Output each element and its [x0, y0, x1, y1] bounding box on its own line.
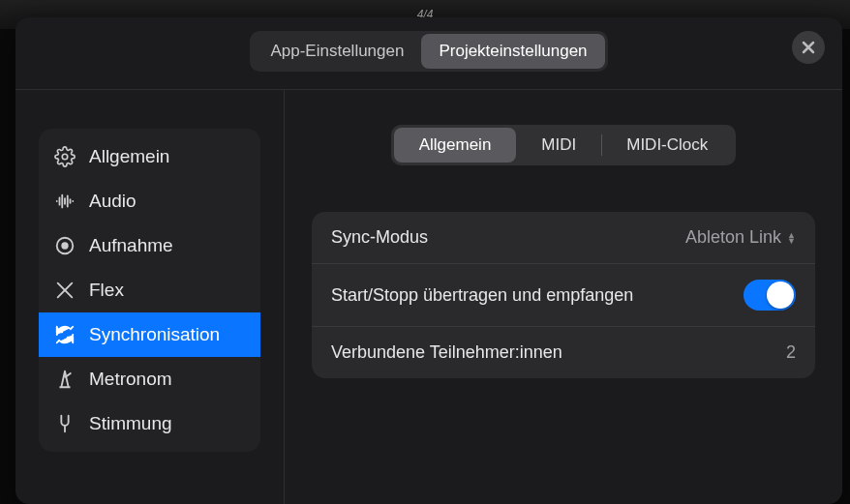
- content-pane: Allgemein MIDI MIDI-Clock Sync-Modus Abl…: [285, 90, 842, 504]
- sidebar-item-audio[interactable]: Audio: [39, 179, 260, 223]
- row-participants: Verbundene Teilnehmer:innen 2: [312, 326, 815, 378]
- sidebar-item-label: Aufnahme: [89, 235, 173, 256]
- sidebar-item-sync[interactable]: Synchronisation: [39, 312, 260, 357]
- flex-icon: [54, 280, 76, 301]
- sidebar-item-label: Audio: [89, 191, 137, 212]
- tab-project-settings[interactable]: Projekteinstellungen: [421, 34, 604, 69]
- sidebar-list: Allgemein Audio Aufnahme: [39, 129, 260, 452]
- sidebar-item-record[interactable]: Aufnahme: [39, 223, 260, 268]
- sub-tab-group: Allgemein MIDI MIDI-Clock: [312, 125, 815, 165]
- close-icon: [801, 40, 816, 55]
- metronome-icon: [54, 369, 76, 390]
- sidebar-item-metronome[interactable]: Metronom: [39, 357, 260, 401]
- sidebar-item-label: Stimmung: [89, 413, 172, 434]
- settings-card: Sync-Modus Ableton Link ▲▼ Start/Stopp ü…: [312, 212, 815, 378]
- sub-tab-general[interactable]: Allgemein: [394, 128, 517, 163]
- stepper-icon: ▲▼: [787, 232, 796, 244]
- svg-point-0: [62, 154, 68, 160]
- header-tab-group: App-Einstellungen Projekteinstellungen: [250, 31, 607, 72]
- start-stop-label: Start/Stopp übertragen und empfangen: [331, 285, 633, 306]
- close-button[interactable]: [792, 31, 825, 64]
- sync-mode-label: Sync-Modus: [331, 227, 428, 248]
- tuning-fork-icon: [54, 413, 76, 434]
- sidebar: Allgemein Audio Aufnahme: [15, 90, 285, 504]
- settings-modal: App-Einstellungen Projekteinstellungen A…: [15, 17, 842, 504]
- tab-app-settings[interactable]: App-Einstellungen: [253, 34, 421, 69]
- start-stop-toggle[interactable]: [744, 280, 796, 311]
- svg-point-2: [62, 243, 68, 249]
- sub-tab-midi-clock[interactable]: MIDI-Clock: [601, 128, 733, 163]
- participants-value: 2: [786, 342, 796, 363]
- row-start-stop: Start/Stopp übertragen und empfangen: [312, 263, 815, 326]
- sync-icon: [54, 324, 76, 345]
- modal-body: Allgemein Audio Aufnahme: [15, 90, 842, 504]
- sidebar-item-tuning[interactable]: Stimmung: [39, 401, 260, 446]
- sidebar-item-flex[interactable]: Flex: [39, 268, 260, 312]
- row-sync-mode[interactable]: Sync-Modus Ableton Link ▲▼: [312, 212, 815, 263]
- sub-tab-midi[interactable]: MIDI: [516, 128, 601, 163]
- sidebar-item-label: Metronom: [89, 369, 172, 390]
- record-icon: [54, 235, 76, 256]
- participants-label: Verbundene Teilnehmer:innen: [331, 342, 562, 363]
- gear-icon: [54, 146, 76, 167]
- waveform-icon: [54, 191, 76, 212]
- sync-mode-value[interactable]: Ableton Link ▲▼: [685, 227, 796, 248]
- sidebar-item-label: Synchronisation: [89, 324, 220, 345]
- modal-header: App-Einstellungen Projekteinstellungen: [15, 17, 842, 90]
- sidebar-item-label: Flex: [89, 280, 124, 301]
- sidebar-item-general[interactable]: Allgemein: [39, 134, 260, 179]
- sidebar-item-label: Allgemein: [89, 146, 169, 167]
